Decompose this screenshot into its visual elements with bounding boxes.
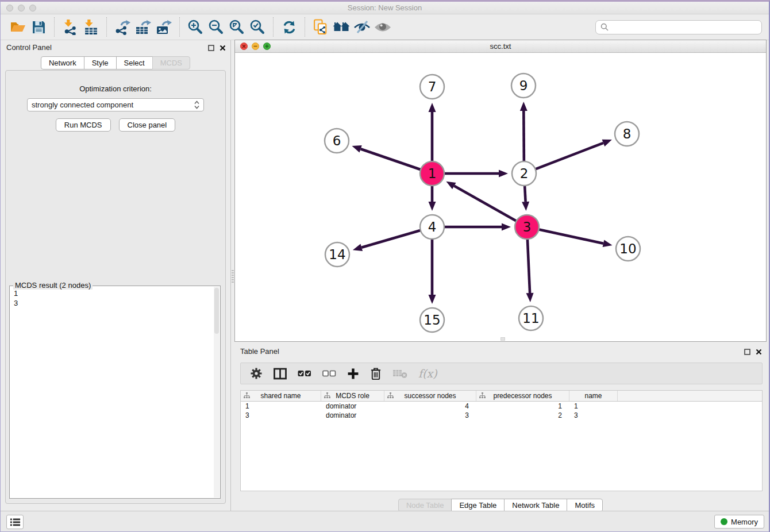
save-session-icon[interactable] [28,17,49,37]
edge-4-14[interactable] [361,230,423,248]
arrowhead-2-8 [602,140,612,147]
documents-share-icon[interactable] [310,17,331,37]
table-cell[interactable]: 1 [569,402,618,410]
node-label-1: 1 [428,166,437,181]
node-label-9: 9 [519,78,528,93]
node-label-14: 14 [329,247,345,262]
panel-splitter[interactable] [230,40,234,511]
task-history-button[interactable] [6,515,24,529]
table-panel: Table Panel [234,344,767,511]
column-type-icon [324,392,330,400]
criterion-value: strongly connected component [32,101,191,109]
tab-mcds[interactable]: MCDS [152,56,190,70]
table-cell[interactable]: 2 [476,411,569,419]
node-label-7: 7 [428,79,437,94]
add-column-icon[interactable] [347,368,359,380]
node-label-10: 10 [619,241,636,256]
show-graphics-details-icon[interactable] [372,17,393,37]
close-panel-button[interactable]: Close panel [119,118,176,132]
tab-edge-table[interactable]: Edge Table [451,499,505,512]
tab-select[interactable]: Select [116,56,153,70]
table-cell[interactable]: 3 [241,411,321,419]
close-table-panel-icon[interactable] [756,349,762,355]
import-network-icon[interactable] [60,17,80,37]
column-header-shared-name[interactable]: shared name [241,391,321,401]
edge-3-11[interactable] [528,237,530,293]
column-header-mcds-role[interactable]: MCDS role [321,391,384,401]
network-graph: 1234678910111415 [235,53,766,341]
home-views-icon[interactable] [331,17,352,37]
table-cell[interactable]: 3 [384,411,476,419]
status-bar: Memory [1,511,769,531]
edge-2-9[interactable] [523,111,524,164]
column-header-predecessor-nodes[interactable]: predecessor nodes [476,391,569,401]
close-panel-icon[interactable] [220,45,226,51]
arrowhead-3-11 [526,293,534,302]
node-label-6: 6 [333,133,341,148]
node-label-11: 11 [522,311,539,326]
delete-column-icon[interactable] [370,367,382,380]
edge-2-8[interactable] [533,143,603,170]
column-type-icon [387,392,394,400]
quick-search-box[interactable] [595,20,762,34]
network-title: scc.txt [235,42,766,51]
mcds-panel: Optimization criterion: strongly connect… [5,70,226,504]
table-toolbar: f(x) [240,363,763,384]
import-table-icon[interactable] [80,17,101,37]
function-builder-icon: f(x) [418,367,437,380]
criterion-select[interactable]: strongly connected component [27,98,204,111]
zoom-out-icon[interactable] [206,17,226,37]
select-all-checkboxes-icon[interactable] [298,368,311,379]
table-settings-icon[interactable] [250,367,263,380]
column-header-successor-nodes[interactable]: successor nodes [384,391,476,401]
split-columns-icon[interactable] [274,368,287,380]
main-toolbar [1,14,769,40]
network-canvas[interactable]: 1234678910111415 [235,53,766,341]
result-scrollbar[interactable] [214,287,220,498]
run-mcds-button[interactable]: Run MCDS [56,118,111,132]
toolbar-separator [273,17,274,37]
open-session-icon[interactable] [7,17,28,37]
column-header-name[interactable]: name [569,391,618,401]
export-image-icon[interactable] [153,17,174,37]
zoom-fit-icon[interactable] [226,17,247,37]
edge-1-6[interactable] [361,149,423,170]
table-cell[interactable]: 1 [476,402,569,410]
arrowhead-2-3 [522,202,529,211]
table-cell[interactable]: 3 [569,411,618,419]
network-titlebar[interactable]: scc.txt [235,40,766,53]
toolbar-separator [179,17,180,37]
memory-button[interactable]: Memory [714,515,764,529]
table-row[interactable]: 1dominator411 [241,402,762,411]
float-panel-icon[interactable] [208,45,214,51]
table-cell[interactable]: dominator [321,411,384,419]
canvas-resize-grip[interactable] [500,337,505,341]
tab-node-table[interactable]: Node Table [398,499,452,512]
table-cell[interactable]: dominator [321,402,384,410]
float-table-panel-icon[interactable] [744,349,750,355]
hide-graphics-details-icon[interactable] [352,17,372,37]
refresh-icon[interactable] [279,17,299,37]
tab-network[interactable]: Network [41,56,84,70]
tab-style[interactable]: Style [84,56,117,70]
edge-3-10[interactable] [537,229,603,244]
export-network-icon[interactable] [112,17,133,37]
table-cell[interactable]: 1 [241,402,321,410]
zoom-in-icon[interactable] [185,17,206,37]
arrowhead-3-10 [603,240,613,247]
mcds-result-text[interactable]: 1 3 [10,287,213,498]
table-cell[interactable]: 4 [384,402,476,410]
table-row[interactable]: 3dominator323 [241,411,762,420]
memory-status-icon [721,518,727,525]
zoom-selected-icon[interactable] [247,17,268,37]
node-label-3: 3 [523,219,532,234]
quick-search-input[interactable] [611,22,757,32]
select-stepper-icon [194,101,199,109]
tab-motifs[interactable]: Motifs [567,499,603,512]
tab-network-table[interactable]: Network Table [504,499,567,512]
table-panel-tabs: Node TableEdge TableNetwork TableMotifs [234,498,767,512]
edge-3-1[interactable] [454,186,518,222]
arrowhead-4-14 [353,244,363,252]
export-table-icon[interactable] [133,17,153,37]
clear-all-checkboxes-icon[interactable] [322,368,336,379]
